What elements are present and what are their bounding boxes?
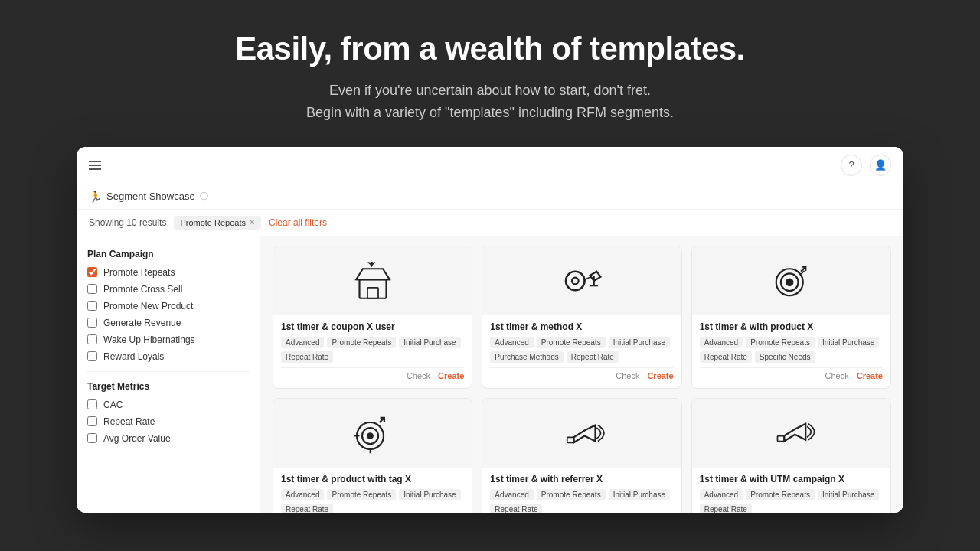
card-2-check-btn[interactable]: Check	[616, 371, 639, 380]
card-1-check-btn[interactable]: Check	[407, 371, 430, 380]
card-1-title: 1st timer & coupon X user	[281, 321, 464, 332]
svg-rect-0	[359, 279, 386, 298]
checkbox-avg-order[interactable]: Avg Order Value	[87, 433, 249, 444]
svg-rect-1	[368, 287, 378, 298]
hero-section: Easily, from a wealth of templates. Even…	[0, 0, 980, 147]
breadcrumb-label: Segment Showcase	[106, 191, 195, 202]
hero-title: Easily, from a wealth of templates.	[15, 31, 965, 67]
card-6-image	[692, 399, 890, 468]
card-2-tags: Advanced Promote Repeats Initial Purchas…	[490, 337, 673, 363]
svg-point-3	[370, 262, 373, 265]
card-2-image	[482, 246, 681, 315]
sidebar-divider	[87, 371, 249, 372]
store-icon	[346, 254, 400, 308]
menu-icon[interactable]	[89, 161, 101, 170]
card-6-tags: Advanced Promote Repeats Initial Purchas…	[700, 489, 883, 513]
cards-area: 1st timer & coupon X user Advanced Promo…	[260, 236, 903, 513]
card-3-title: 1st timer & with product X	[700, 321, 883, 332]
sidebar: Plan Campaign Promote Repeats Promote Cr…	[77, 236, 260, 513]
sidebar-section-metrics: Target Metrics	[87, 381, 249, 392]
card-4[interactable]: 1st timer & product with tag X Advanced …	[273, 398, 472, 513]
svg-point-16	[367, 432, 374, 439]
topbar-left	[89, 161, 101, 170]
card-3-body: 1st timer & with product X Advanced Prom…	[692, 315, 890, 388]
target-tag-icon	[346, 406, 400, 460]
card-3-actions: Check Create	[700, 367, 883, 385]
breadcrumb-icon: 🏃	[89, 191, 102, 203]
help-button[interactable]: ?	[841, 155, 862, 176]
checkbox-reward-loyals[interactable]: Reward Loyals	[87, 351, 249, 362]
checkbox-generate-revenue[interactable]: Generate Revenue	[87, 318, 249, 328]
card-4-tags: Advanced Promote Repeats Initial Purchas…	[281, 489, 464, 513]
breadcrumb: 🏃 Segment Showcase ⓘ	[77, 184, 903, 210]
main-layout: Plan Campaign Promote Repeats Promote Cr…	[77, 236, 903, 513]
user-button[interactable]: 👤	[870, 155, 891, 176]
checkbox-wake-up[interactable]: Wake Up Hibernatings	[87, 334, 249, 345]
checkbox-promote-cross[interactable]: Promote Cross Sell	[87, 284, 249, 295]
card-3-tags: Advanced Promote Repeats Initial Purchas…	[700, 337, 883, 363]
card-2-body: 1st timer & method X Advanced Promote Re…	[482, 315, 681, 388]
card-3-image	[692, 246, 890, 315]
svg-point-4	[566, 271, 585, 290]
remove-filter-icon[interactable]: ✕	[249, 218, 255, 227]
checkbox-cac[interactable]: CAC	[87, 399, 249, 410]
svg-rect-20	[567, 437, 574, 442]
svg-point-11	[786, 278, 794, 286]
svg-rect-21	[778, 435, 785, 441]
svg-point-5	[572, 277, 579, 284]
app-window: ? 👤 🏃 Segment Showcase ⓘ Showing 10 resu…	[77, 147, 903, 513]
card-6-body: 1st timer & with UTM campaign X Advanced…	[692, 468, 890, 513]
topbar-right: ? 👤	[841, 155, 891, 176]
sidebar-section-plan: Plan Campaign	[87, 249, 249, 259]
showing-text: Showing 10 results	[89, 217, 166, 228]
svg-marker-6	[590, 271, 600, 280]
topbar: ? 👤	[77, 147, 903, 184]
methods-icon	[555, 254, 609, 308]
card-1-body: 1st timer & coupon X user Advanced Promo…	[273, 315, 472, 388]
filter-bar: Showing 10 results Promote Repeats ✕ Cle…	[77, 210, 903, 236]
checkbox-promote-new[interactable]: Promote New Product	[87, 301, 249, 311]
card-5-body: 1st timer & with referrer X Advanced Pro…	[482, 468, 681, 513]
card-6-title: 1st timer & with UTM campaign X	[700, 474, 883, 484]
breadcrumb-info-icon: ⓘ	[200, 191, 208, 202]
checkbox-promote-repeats[interactable]: Promote Repeats	[87, 267, 249, 278]
target-arrows-icon	[764, 254, 818, 308]
card-1-create-btn[interactable]: Create	[438, 371, 464, 380]
card-2-create-btn[interactable]: Create	[647, 371, 673, 380]
card-4-image	[273, 399, 472, 468]
megaphone-icon	[555, 406, 609, 460]
card-1-image	[273, 246, 472, 315]
card-5[interactable]: 1st timer & with referrer X Advanced Pro…	[482, 398, 681, 513]
card-1-tags: Advanced Promote Repeats Initial Purchas…	[281, 337, 464, 363]
card-2[interactable]: 1st timer & method X Advanced Promote Re…	[482, 246, 681, 389]
checkbox-repeat-rate[interactable]: Repeat Rate	[87, 416, 249, 427]
megaphone2-icon	[764, 406, 818, 460]
card-3[interactable]: 1st timer & with product X Advanced Prom…	[691, 246, 891, 389]
active-filter-tag[interactable]: Promote Repeats ✕	[174, 216, 261, 230]
card-3-create-btn[interactable]: Create	[857, 371, 883, 380]
card-3-check-btn[interactable]: Check	[825, 371, 849, 380]
card-4-title: 1st timer & product with tag X	[281, 474, 464, 484]
card-5-image	[482, 399, 681, 468]
card-6[interactable]: 1st timer & with UTM campaign X Advanced…	[691, 398, 891, 513]
card-1-actions: Check Create	[281, 367, 464, 385]
card-4-body: 1st timer & product with tag X Advanced …	[273, 468, 472, 513]
card-5-title: 1st timer & with referrer X	[490, 474, 673, 484]
clear-filters-link[interactable]: Clear all filters	[269, 217, 327, 228]
card-5-tags: Advanced Promote Repeats Initial Purchas…	[490, 489, 673, 513]
cards-grid: 1st timer & coupon X user Advanced Promo…	[273, 246, 891, 513]
card-1[interactable]: 1st timer & coupon X user Advanced Promo…	[273, 246, 472, 389]
card-2-actions: Check Create	[490, 367, 673, 385]
hero-subtitle: Even if you're uncertain about how to st…	[15, 80, 965, 124]
card-2-title: 1st timer & method X	[490, 321, 673, 332]
